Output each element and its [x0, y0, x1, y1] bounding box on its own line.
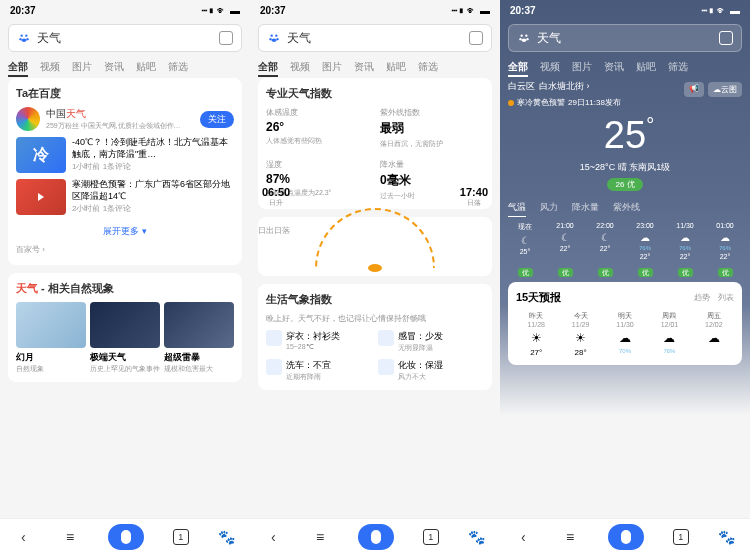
- right-buttons: 📢 ☁云图: [684, 82, 742, 97]
- subtab-wind[interactable]: 风力: [540, 201, 558, 214]
- tab-all[interactable]: 全部: [258, 60, 278, 74]
- quality-badge: 优: [518, 268, 533, 277]
- tab-all[interactable]: 全部: [508, 60, 528, 74]
- hourly-forecast[interactable]: 现在☾25°21:00☾22°22:00☾22°23:00☁76%22°11/3…: [500, 218, 750, 264]
- brand-desc: 259万粉丝 中国天气网,优质社会领域创作…: [46, 121, 194, 131]
- metric-uv[interactable]: 紫外线指数最弱落日西沉，无需防护: [380, 107, 484, 149]
- subtab-uv[interactable]: 紫外线: [613, 201, 640, 214]
- nav-menu[interactable]: ≡: [311, 528, 329, 546]
- subtab-precip[interactable]: 降水量: [572, 201, 599, 214]
- tab-video[interactable]: 视频: [540, 60, 560, 74]
- bottom-nav: ‹ ≡ 1 🐾: [500, 518, 750, 554]
- tab-filter[interactable]: 筛选: [168, 60, 188, 74]
- tab-image[interactable]: 图片: [72, 60, 92, 74]
- fc-tab-trend[interactable]: 趋势: [694, 292, 710, 303]
- camera-icon[interactable]: [219, 31, 233, 45]
- nav-tabs[interactable]: 1: [423, 529, 439, 545]
- nav-back[interactable]: ‹: [514, 528, 532, 546]
- tab-all[interactable]: 全部: [8, 60, 28, 74]
- forecast-day[interactable]: 明天11/30☁70%: [605, 311, 645, 357]
- phenom-2[interactable]: 极端天气历史上罕见的气象事件: [90, 302, 160, 374]
- metric-feel[interactable]: 体感温度26°人体感觉有些闷热: [266, 107, 370, 149]
- search-input[interactable]: 天气: [37, 30, 219, 47]
- life-grid: 穿衣：衬衫类15~28℃ 感冒：少发无明显降温 洗车：不宜近期有降雨 化妆：保湿…: [266, 330, 484, 382]
- fc-tab-list[interactable]: 列表: [718, 292, 734, 303]
- life-makeup[interactable]: 化妆：保湿风力不大: [378, 359, 484, 382]
- nav-paw[interactable]: 🐾: [468, 528, 486, 546]
- phenom-3[interactable]: 超级雷暴规模和危害最大: [164, 302, 234, 374]
- nav-tabs[interactable]: 1: [673, 529, 689, 545]
- life-clothes[interactable]: 穿衣：衬衫类15~28℃: [266, 330, 372, 353]
- brand-logo: [16, 107, 40, 131]
- search-bar[interactable]: 天气: [8, 24, 242, 52]
- nav-mic[interactable]: [358, 524, 394, 550]
- tab-tieba[interactable]: 贴吧: [136, 60, 156, 74]
- camera-icon[interactable]: [719, 31, 733, 45]
- source-link[interactable]: 百家号 ›: [16, 242, 234, 257]
- search-input[interactable]: 天气: [537, 30, 719, 47]
- tab-video[interactable]: 视频: [40, 60, 60, 74]
- subtab-temp[interactable]: 气温: [508, 201, 526, 214]
- nav-back[interactable]: ‹: [264, 528, 282, 546]
- hour-col: 23:00☁76%22°: [628, 222, 662, 260]
- nav-paw[interactable]: 🐾: [718, 528, 736, 546]
- tab-news[interactable]: 资讯: [104, 60, 124, 74]
- follow-button[interactable]: 关注: [200, 111, 234, 128]
- cloud-button[interactable]: ☁云图: [708, 82, 742, 97]
- tab-filter[interactable]: 筛选: [418, 60, 438, 74]
- sun-arc: [315, 208, 435, 268]
- news-thumb-1: 冷: [16, 137, 66, 173]
- phenom-1[interactable]: 幻月自然现象: [16, 302, 86, 374]
- warning-row[interactable]: 寒冷黄色预警 29日11:38发布: [500, 95, 750, 110]
- life-title: 生活气象指数: [266, 292, 484, 307]
- svg-point-8: [276, 38, 278, 40]
- news-thumb-2: [16, 179, 66, 215]
- news-item-1[interactable]: 冷 -40℃？！冷到睫毛结冰！北方气温基本触底，南方降温"重… 1小时前 1条评…: [16, 137, 234, 173]
- hour-col: 11/30☁76%22°: [668, 222, 702, 260]
- sound-button[interactable]: 📢: [684, 82, 704, 97]
- tab-image[interactable]: 图片: [322, 60, 342, 74]
- quality-badge: 优: [678, 268, 693, 277]
- quality-badge: 优: [638, 268, 653, 277]
- nav-tabs[interactable]: 1: [173, 529, 189, 545]
- sun-icon: [368, 264, 382, 272]
- nav-menu[interactable]: ≡: [61, 528, 79, 546]
- nav-back[interactable]: ‹: [14, 528, 32, 546]
- search-bar[interactable]: 天气: [258, 24, 492, 52]
- news-item-2[interactable]: 寒潮橙色预警：广东广西等6省区部分地区降温超14℃ 2小时前 1条评论: [16, 179, 234, 215]
- search-bar[interactable]: 天气: [508, 24, 742, 52]
- status-icons: ⋯ ▮ ᯤ ▬: [452, 5, 490, 16]
- forecast-day[interactable]: 周五12/02☁: [694, 311, 734, 357]
- tab-video[interactable]: 视频: [290, 60, 310, 74]
- phenom-title-sub: - 相关自然现象: [38, 282, 114, 294]
- forecast-day[interactable]: 昨天11/28☀27°: [516, 311, 556, 357]
- nav-mic[interactable]: [108, 524, 144, 550]
- camera-icon[interactable]: [469, 31, 483, 45]
- tab-tieba[interactable]: 贴吧: [636, 60, 656, 74]
- mic-icon: [621, 530, 631, 544]
- tab-image[interactable]: 图片: [572, 60, 592, 74]
- aqi-badge[interactable]: 26 优: [607, 178, 642, 191]
- mic-icon: [121, 530, 131, 544]
- forecast-day[interactable]: 今天11/29☀28°: [560, 311, 600, 357]
- forecast-day[interactable]: 周四12/01☁76%: [649, 311, 689, 357]
- forecast-days[interactable]: 昨天11/28☀27°今天11/29☀28°明天11/30☁70%周四12/01…: [516, 311, 734, 357]
- tab-tieba[interactable]: 贴吧: [386, 60, 406, 74]
- svg-point-14: [522, 39, 527, 43]
- hour-col: 22:00☾22°: [588, 222, 622, 260]
- life-cold[interactable]: 感冒：少发无明显降温: [378, 330, 484, 353]
- nav-paw[interactable]: 🐾: [218, 528, 236, 546]
- category-tabs: 全部 视频 图片 资讯 贴吧 筛选: [500, 56, 750, 78]
- brand-name-hl: 天气: [66, 108, 86, 119]
- tab-filter[interactable]: 筛选: [668, 60, 688, 74]
- search-input[interactable]: 天气: [287, 30, 469, 47]
- brand-header[interactable]: 中国天气 259万粉丝 中国天气网,优质社会领域创作… 关注: [16, 107, 234, 131]
- life-carwash[interactable]: 洗车：不宜近期有降雨: [266, 359, 372, 382]
- status-icons: ⋯ ▮ ᯤ ▬: [702, 5, 740, 16]
- news-text-2: 寒潮橙色预警：广东广西等6省区部分地区降温超14℃ 2小时前 1条评论: [72, 179, 234, 215]
- nav-mic[interactable]: [608, 524, 644, 550]
- tab-news[interactable]: 资讯: [354, 60, 374, 74]
- tab-news[interactable]: 资讯: [604, 60, 624, 74]
- nav-menu[interactable]: ≡: [561, 528, 579, 546]
- expand-button[interactable]: 展开更多 ▾: [16, 221, 234, 242]
